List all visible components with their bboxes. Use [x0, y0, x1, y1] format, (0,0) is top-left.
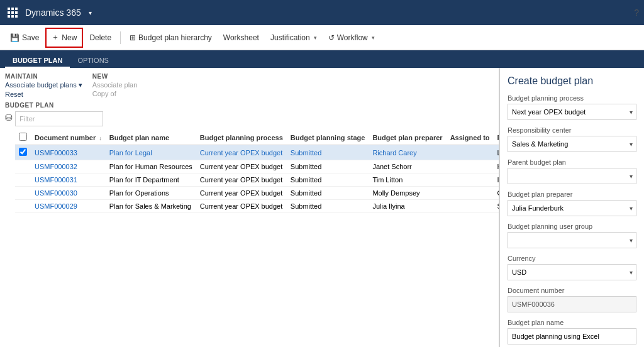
assigned-to-cell [447, 200, 494, 213]
save-button[interactable]: 💾 Save [5, 28, 44, 48]
row-checkbox-cell [15, 145, 31, 160]
plan-name-cell: Plan for Operations [106, 187, 196, 200]
doc-number-cell[interactable]: USMF000033 [31, 145, 106, 160]
currency-select-wrapper: USD [508, 264, 636, 280]
copy-of-link[interactable]: Copy of [92, 90, 138, 97]
budget-plan-table: Document number ↓ Budget plan name Budge… [15, 130, 499, 213]
svg-rect-6 [8, 15, 10, 18]
planning-process-cell: Current year OPEX budget [196, 160, 287, 174]
col-preparer: Budget plan preparer [369, 130, 446, 145]
workflow-button[interactable]: ↺ Workflow ▾ [323, 28, 380, 48]
row-checkbox-cell [15, 160, 31, 174]
svg-rect-2 [15, 8, 18, 10]
parent-budget-plan-select[interactable] [508, 168, 636, 184]
new-icon: ＋ [52, 32, 59, 43]
currency-select[interactable]: USD [508, 264, 636, 280]
col-plan-name: Budget plan name [106, 130, 196, 145]
planning-stage-link[interactable]: Submitted [291, 149, 322, 157]
associate-budget-plans-link[interactable]: Associate budget plans ▾ [5, 81, 82, 89]
reset-link[interactable]: Reset [5, 91, 82, 98]
help-icon[interactable]: ? [634, 8, 639, 18]
resp-center-cell: Sales & Marketing [494, 200, 499, 213]
doc-number-cell[interactable]: USMF000032 [31, 160, 106, 174]
currency-field: Currency USD [508, 255, 636, 280]
assigned-to-cell [447, 174, 494, 187]
preparer-cell: Richard Carey [369, 145, 446, 160]
svg-rect-4 [11, 11, 14, 14]
maintain-group: MAINTAIN Associate budget plans ▾ Reset [5, 73, 82, 98]
main-area: MAINTAIN Associate budget plans ▾ Reset … [0, 68, 644, 347]
separator-1 [120, 31, 121, 44]
doc-number-link[interactable]: USMF000033 [35, 149, 77, 157]
col-planning-process: Budget planning process [196, 130, 287, 145]
tab-options[interactable]: OPTIONS [70, 54, 116, 68]
budget-plan-preparer-label: Budget plan preparer [508, 190, 636, 198]
worksheet-button[interactable]: Worksheet [218, 28, 264, 48]
budget-plan-name-label: Budget plan name [508, 319, 636, 326]
delete-button[interactable]: Delete [84, 28, 116, 48]
budget-plan-name-field: Budget plan name [508, 319, 636, 344]
workflow-dropdown-arrow: ▾ [372, 35, 375, 41]
doc-number-link[interactable]: USMF000032 [35, 163, 77, 170]
left-panel: MAINTAIN Associate budget plans ▾ Reset … [0, 68, 499, 347]
table-row: USMF000031Plan for IT DepartmentCurrent … [15, 174, 499, 187]
budget-plan-name-input[interactable] [508, 328, 636, 344]
plan-name-cell: Plan for IT Department [106, 174, 196, 187]
justification-button[interactable]: Justification ▾ [265, 28, 322, 48]
budget-planning-user-group-label: Budget planning user group [508, 223, 636, 230]
app-title: Dynamics 365 [25, 8, 81, 18]
currency-label: Currency [508, 255, 636, 262]
plan-name-link[interactable]: Plan for Legal [109, 149, 152, 157]
svg-rect-5 [15, 11, 18, 14]
document-number-field: Document number [508, 287, 636, 312]
top-navigation: Dynamics 365 ▾ ? [0, 0, 644, 25]
preparer-link[interactable]: Richard Carey [372, 149, 416, 157]
budget-plan-section-label: BUDGET PLAN [5, 102, 494, 109]
plan-name-cell: Plan for Human Resources [106, 160, 196, 174]
col-doc-number: Document number ↓ [31, 130, 106, 145]
select-all-checkbox[interactable] [19, 133, 27, 141]
doc-number-link[interactable]: USMF000030 [35, 189, 77, 197]
plan-name-cell: Plan for Legal [106, 145, 196, 160]
doc-number-cell[interactable]: USMF000031 [31, 174, 106, 187]
justification-dropdown-arrow: ▾ [314, 35, 317, 41]
document-number-input [508, 296, 636, 312]
doc-number-link[interactable]: USMF000029 [35, 202, 77, 210]
table-row: USMF000033Plan for LegalCurrent year OPE… [15, 145, 499, 160]
right-panel: Create budget plan Budget planning proce… [499, 68, 644, 347]
budget-planning-process-label: Budget planning process [508, 94, 636, 102]
doc-number-cell[interactable]: USMF000029 [31, 200, 106, 213]
doc-number-cell[interactable]: USMF000030 [31, 187, 106, 200]
preparer-cell: Julia Ilyina [369, 200, 446, 213]
budget-plan-hierarchy-button[interactable]: ⊞ Budget plan hierarchy [125, 28, 217, 48]
preparer-cell: Janet Schorr [369, 160, 446, 174]
responsibility-center-field: Responsibility center Sales & Marketing [508, 126, 636, 152]
new-button[interactable]: ＋ New [45, 28, 83, 48]
grid-menu-icon[interactable] [5, 5, 20, 20]
row-checkbox-cell [15, 174, 31, 187]
col-checkbox [15, 130, 31, 145]
col-assigned-to: Assigned to [447, 130, 494, 145]
associate-plan-link[interactable]: Associate plan [92, 81, 138, 89]
planning-process-link[interactable]: Current year OPEX budget [200, 149, 282, 157]
svg-rect-0 [8, 8, 10, 10]
svg-rect-8 [15, 15, 18, 18]
budget-planning-process-field: Budget planning process Next year OPEX b… [508, 94, 636, 120]
hierarchy-icon: ⊞ [130, 33, 136, 42]
col-resp-center: Responsibility center [494, 130, 499, 145]
tab-budget-plan[interactable]: BUDGET PLAN [5, 54, 70, 68]
assigned-to-cell [447, 160, 494, 174]
budget-plan-preparer-select[interactable]: Julia Funderburk [508, 200, 636, 216]
budget-planning-process-select[interactable]: Next year OPEX budget [508, 104, 636, 120]
filter-input[interactable] [15, 111, 103, 126]
budget-planning-process-select-wrapper: Next year OPEX budget [508, 104, 636, 120]
svg-rect-1 [11, 8, 14, 10]
budget-planning-user-group-select[interactable] [508, 232, 636, 248]
responsibility-center-select[interactable]: Sales & Marketing [508, 136, 636, 152]
assigned-to-cell [447, 145, 494, 160]
planning-process-cell: Current year OPEX budget [196, 174, 287, 187]
filter-row [15, 111, 499, 126]
doc-number-link[interactable]: USMF000031 [35, 176, 77, 184]
plan-name-cell: Plan for Sales & Marketing [106, 200, 196, 213]
row-checkbox[interactable] [19, 148, 27, 156]
